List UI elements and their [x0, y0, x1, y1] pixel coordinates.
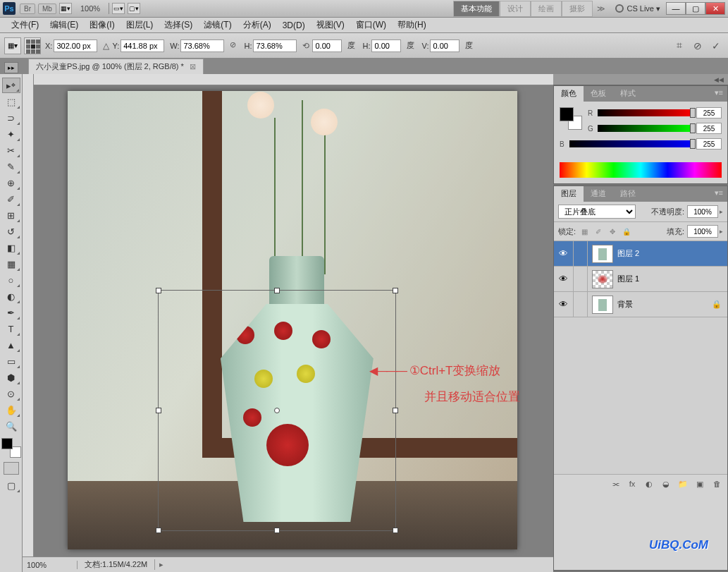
layer-link-area[interactable] — [574, 292, 588, 317]
y-input[interactable] — [121, 39, 164, 52]
link-wh-icon[interactable]: ⊘ — [230, 40, 241, 51]
healing-brush-tool[interactable]: ⊕ — [2, 175, 20, 190]
screen-mode-tool[interactable]: ▢ — [2, 477, 20, 493]
marquee-tool[interactable]: ⬚ — [2, 94, 20, 109]
layer-item[interactable]: 👁 图层 1 — [554, 267, 727, 292]
close-button[interactable]: ✕ — [705, 2, 725, 15]
canvas-viewport[interactable]: ◀——— ①Ctrl+T变换缩放 并且移动适合位置 — [34, 85, 553, 556]
cslive-button[interactable]: CS Live ▾ — [615, 4, 660, 13]
workspace-tab-photo[interactable]: 摄影 — [562, 1, 593, 17]
zoom-tool[interactable]: 🔍 — [2, 418, 20, 434]
workspace-more-icon[interactable]: ≫ — [597, 4, 605, 13]
layer-link-area[interactable] — [574, 241, 588, 266]
adjustment-layer-icon[interactable]: ◒ — [660, 477, 672, 490]
transform-handle[interactable] — [274, 288, 280, 293]
layer-group-icon[interactable]: 📁 — [677, 477, 689, 490]
h-input[interactable] — [253, 39, 297, 52]
g-input[interactable] — [696, 123, 722, 134]
3d-camera-tool[interactable]: ⊙ — [2, 386, 20, 401]
lock-pixels-icon[interactable]: ✐ — [593, 226, 604, 237]
move-tool[interactable]: ▸✥ — [2, 78, 20, 93]
layer-thumbnail[interactable] — [592, 270, 613, 288]
blur-tool[interactable]: ○ — [2, 272, 20, 288]
tab-paths[interactable]: 路径 — [613, 186, 643, 202]
ruler-vertical[interactable] — [23, 74, 34, 556]
layer-name[interactable]: 图层 2 — [617, 248, 639, 259]
tab-styles[interactable]: 样式 — [613, 86, 643, 102]
layer-name[interactable]: 背景 — [617, 299, 633, 310]
w-input[interactable] — [180, 39, 224, 52]
pen-tool[interactable]: ✒ — [2, 305, 20, 320]
menu-select[interactable]: 选择(S) — [159, 18, 198, 32]
transform-handle[interactable] — [156, 408, 161, 413]
menu-view[interactable]: 视图(V) — [311, 18, 350, 32]
x-input[interactable] — [54, 39, 97, 52]
menu-window[interactable]: 窗口(W) — [350, 18, 392, 32]
panel-color-swatches[interactable] — [560, 107, 582, 130]
hand-tool[interactable]: ✋ — [2, 402, 20, 418]
maximize-button[interactable]: ▢ — [686, 2, 705, 15]
bridge-button[interactable]: Br — [20, 4, 35, 14]
menu-layer[interactable]: 图层(L) — [121, 18, 159, 32]
lasso-tool[interactable]: ⊃ — [2, 110, 20, 126]
color-swatches[interactable] — [1, 438, 21, 458]
minimize-button[interactable]: — — [666, 2, 686, 15]
layer-visibility-icon[interactable]: 👁 — [554, 241, 574, 266]
commit-transform-icon[interactable]: ✓ — [708, 38, 724, 54]
layer-fx-icon[interactable]: fx — [626, 477, 638, 490]
new-layer-icon[interactable]: ▣ — [693, 477, 706, 490]
g-slider[interactable] — [598, 125, 693, 132]
opacity-input[interactable] — [687, 205, 718, 218]
workspace-tab-paint[interactable]: 绘画 — [531, 1, 562, 17]
arrange-documents-icon[interactable]: ▭▾ — [112, 3, 125, 14]
3d-tool[interactable]: ⬢ — [2, 370, 20, 385]
layer-visibility-icon[interactable]: 👁 — [554, 292, 574, 317]
panel-menu-icon[interactable]: ▾≡ — [710, 186, 727, 202]
menu-file[interactable]: 文件(F) — [6, 18, 44, 32]
skew-v-input[interactable] — [430, 39, 459, 52]
status-zoom[interactable]: 100% — [23, 561, 78, 569]
menu-analysis[interactable]: 分析(A) — [237, 18, 277, 32]
b-slider[interactable] — [569, 140, 693, 147]
foreground-color-swatch[interactable] — [1, 438, 13, 449]
dodge-tool[interactable]: ◐ — [2, 288, 20, 304]
tab-color[interactable]: 颜色 — [554, 86, 584, 102]
eraser-tool[interactable]: ◧ — [2, 240, 20, 255]
transform-handle[interactable] — [393, 528, 398, 533]
tab-layers[interactable]: 图层 — [554, 186, 584, 202]
screen-mode-icon[interactable]: ▦▾ — [59, 3, 72, 14]
delete-layer-icon[interactable]: 🗑 — [710, 477, 723, 490]
lock-all-icon[interactable]: 🔒 — [621, 226, 632, 237]
screen-mode-icon[interactable]: ▢▾ — [128, 3, 140, 14]
panel-fg-swatch[interactable] — [560, 107, 574, 121]
shape-tool[interactable]: ▭ — [2, 353, 20, 369]
collapse-panels-icon[interactable]: ▸▸ — [4, 62, 18, 73]
cancel-transform-icon[interactable]: ⊘ — [690, 38, 705, 54]
menu-filter[interactable]: 滤镜(T) — [198, 18, 237, 32]
workspace-tab-basic[interactable]: 基本功能 — [453, 1, 500, 17]
crop-tool[interactable]: ✂ — [2, 142, 20, 158]
zoom-level[interactable]: 100% — [80, 4, 100, 13]
document-tab[interactable]: 六小灵童PS.jpg @ 100% (图层 2, RGB/8) * ⊠ — [28, 59, 204, 75]
transform-center[interactable] — [274, 408, 280, 413]
magic-wand-tool[interactable]: ✦ — [2, 126, 20, 142]
skew-h-input[interactable] — [371, 39, 401, 52]
lock-position-icon[interactable]: ✥ — [607, 226, 618, 237]
workspace-tab-design[interactable]: 设计 — [500, 1, 531, 17]
history-brush-tool[interactable]: ↺ — [2, 224, 20, 239]
fill-dropdown-icon[interactable]: ▸ — [720, 228, 723, 235]
menu-3d[interactable]: 3D(D) — [277, 19, 311, 32]
document-canvas[interactable]: ◀——— ①Ctrl+T变换缩放 并且移动适合位置 — [68, 91, 517, 549]
status-doc-info[interactable]: 文档:1.15M/4.22M — [78, 559, 155, 570]
transform-handle[interactable] — [156, 528, 161, 533]
menu-edit[interactable]: 编辑(E) — [44, 18, 84, 32]
tab-swatches[interactable]: 色板 — [584, 86, 613, 102]
angle-input[interactable] — [312, 39, 342, 52]
delta-icon[interactable]: △ — [103, 41, 109, 51]
opacity-dropdown-icon[interactable]: ▸ — [720, 208, 723, 215]
menu-image[interactable]: 图像(I) — [84, 18, 120, 32]
layer-name[interactable]: 图层 1 — [617, 274, 639, 284]
tab-channels[interactable]: 通道 — [584, 186, 613, 202]
layer-item[interactable]: 👁 背景 🔒 — [554, 292, 727, 317]
panel-menu-icon[interactable]: ▾≡ — [710, 86, 727, 102]
